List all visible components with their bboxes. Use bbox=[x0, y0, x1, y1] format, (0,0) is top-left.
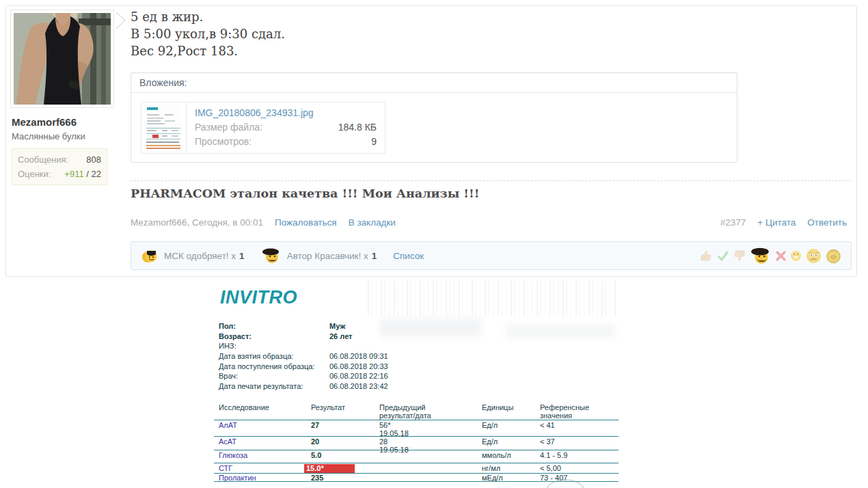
attachment-views-label: Просмотров: bbox=[195, 135, 252, 149]
info-row-sample-received: Дата поступления образца: 06.08.2018 20:… bbox=[219, 362, 388, 372]
stat-ratings-label: Оценки: bbox=[18, 167, 51, 181]
post-signature-title: PHARMACOM эталон качетва !!! Мои Анализы… bbox=[131, 187, 479, 200]
check-icon[interactable] bbox=[716, 249, 729, 262]
author-handsome-emoji-icon bbox=[261, 247, 282, 264]
avatar[interactable] bbox=[10, 10, 114, 108]
header-test: Исследование bbox=[219, 404, 269, 412]
info-row-age: Возраст: 26 лет bbox=[219, 331, 388, 342]
reaction-author-count: 1 bbox=[372, 251, 377, 261]
reactions-bar: МСК одобряет! x 1 Автор Красавчик! x 1 С… bbox=[131, 241, 852, 270]
info-label: Дата поступления образца: bbox=[219, 362, 329, 372]
table-row-stg: СТГ 15.0* нг/мл < 5,00 bbox=[214, 463, 619, 474]
stat-ratings-value: +911 / 22 bbox=[64, 167, 101, 181]
medal-icon[interactable] bbox=[826, 248, 841, 264]
forum-post: Mezamorf666 Маслянные булки Сообщения: 8… bbox=[5, 5, 857, 277]
invitro-logo: INVITRO bbox=[220, 287, 297, 308]
stat-ratings: Оценки: +911 / 22 bbox=[18, 167, 101, 181]
info-label: Дата печати результата: bbox=[219, 381, 329, 392]
test-units: Ед/л bbox=[482, 422, 498, 430]
post-body: 5 ед в жир. В 5:00 укол,в 9:30 сдал. Вес… bbox=[131, 8, 285, 59]
test-units: мЕд/л bbox=[482, 474, 503, 483]
attachment-thumbnail-image bbox=[144, 104, 182, 152]
reaction-author-label: Автор Красавчик! x bbox=[287, 251, 368, 261]
attachment-views-value: 9 bbox=[371, 135, 377, 149]
test-name: АсАТ bbox=[219, 438, 236, 446]
info-label: Возраст: bbox=[219, 331, 329, 342]
bubble-arrow-icon bbox=[116, 12, 126, 29]
test-name: Пролактин bbox=[219, 474, 256, 483]
report-link[interactable]: Пожаловаться bbox=[275, 217, 337, 228]
rating-buttons bbox=[699, 247, 841, 265]
user-title: Маслянные булки bbox=[12, 131, 85, 141]
post-line-3: Вес 92,Рост 183. bbox=[131, 42, 285, 59]
post-line-1: 5 ед в жир. bbox=[131, 8, 285, 25]
info-label: Врач: bbox=[219, 371, 329, 381]
info-value: 06.08.2018 23:42 bbox=[329, 381, 388, 392]
post-line-2: В 5:00 укол,в 9:30 сдал. bbox=[131, 25, 285, 42]
table-row-glucose: Глюкоза 5.0 ммоль/л 4.1 - 5.9 bbox=[214, 450, 619, 463]
laughing-face-icon[interactable] bbox=[790, 250, 802, 262]
test-result: 27 bbox=[311, 422, 319, 430]
red-cross-icon[interactable] bbox=[775, 250, 787, 262]
user-stats-box: Сообщения: 808 Оценки: +911 / 22 bbox=[12, 148, 107, 185]
test-name: Глюкоза bbox=[219, 452, 247, 460]
attachments-header: Вложения: bbox=[131, 73, 737, 93]
attachments-box: Вложения: bbox=[131, 72, 737, 163]
mck-approves-emoji-icon bbox=[141, 248, 159, 263]
test-result: 5.0 bbox=[311, 452, 321, 460]
test-reference: < 37 bbox=[540, 438, 608, 446]
attachment-card: IMG_20180806_234931.jpg Размер файла: 18… bbox=[141, 102, 385, 154]
bookmark-link[interactable]: В закладки bbox=[349, 217, 396, 228]
page: Mezamorf666 Маслянные булки Сообщения: 8… bbox=[0, 0, 868, 488]
info-row-sample-taken: Дата взятия образца: 06.08.2018 09:31 bbox=[219, 351, 388, 362]
barcode-faint bbox=[368, 280, 616, 316]
stat-messages: Сообщения: 808 bbox=[18, 152, 101, 167]
stat-ratings-positive[interactable]: +911 bbox=[64, 169, 83, 179]
info-label: Пол: bbox=[219, 321, 329, 331]
info-value: Муж bbox=[329, 321, 345, 331]
attachment-thumbnail[interactable] bbox=[141, 103, 187, 153]
attachment-views-row: Просмотров: 9 bbox=[195, 135, 377, 149]
reaction-mck-label: МСК одобряет! x bbox=[164, 251, 236, 261]
info-row-printed: Дата печати результата: 06.08.2018 23:42 bbox=[219, 381, 388, 392]
info-value: 06.08.2018 22:16 bbox=[329, 371, 388, 381]
avatar-photo bbox=[14, 13, 111, 105]
stat-messages-label: Сообщения: bbox=[18, 152, 68, 167]
thumbs-up-icon[interactable] bbox=[699, 249, 713, 262]
quote-link[interactable]: + Цитата bbox=[757, 217, 796, 228]
reaction-mck: МСК одобряет! x 1 bbox=[141, 248, 245, 263]
redaction-smudge bbox=[379, 318, 482, 336]
redaction-smudge bbox=[506, 324, 615, 338]
attachment-file-link[interactable]: IMG_20180806_234931.jpg bbox=[195, 106, 377, 120]
test-name: СТГ bbox=[219, 465, 232, 473]
results-table: Исследование Результат Предыдущий резуль… bbox=[214, 403, 619, 482]
attachment-size-row: Размер файла: 184.8 КБ bbox=[195, 120, 377, 135]
table-row-alat: АлАТ 27 56*19.05.18 Ед/л < 41 bbox=[214, 420, 619, 437]
test-reference: < 5,00 bbox=[540, 465, 608, 473]
attachment-info: IMG_20180806_234931.jpg Размер файла: 18… bbox=[187, 103, 385, 153]
reactions-list-link[interactable]: Список bbox=[393, 251, 424, 261]
stat-ratings-rest: / 22 bbox=[86, 169, 101, 179]
info-value: 06.08.2018 09:31 bbox=[329, 351, 388, 362]
info-label: Дата взятия образца: bbox=[219, 351, 329, 362]
lab-report-image: INVITRO Пол: Муж Возраст: 26 лет ИНЗ: Да… bbox=[212, 279, 622, 488]
attachment-size-label: Размер файла: bbox=[195, 120, 262, 135]
reaction-author: Автор Красавчик! x 1 bbox=[261, 247, 377, 264]
sad-face-icon[interactable] bbox=[805, 247, 822, 265]
table-header-row: Исследование Результат Предыдущий резуль… bbox=[214, 403, 619, 420]
table-row-asat: АсАТ 20 2819.05.18 Ед/л < 37 bbox=[214, 437, 619, 450]
thumbs-down-icon[interactable] bbox=[733, 249, 746, 262]
beret-face-icon[interactable] bbox=[750, 247, 772, 265]
info-value: 26 лет bbox=[329, 331, 353, 342]
test-name: АлАТ bbox=[219, 422, 237, 430]
info-row-sex: Пол: Муж bbox=[219, 321, 388, 331]
info-row-inz: ИНЗ: bbox=[219, 341, 388, 351]
test-result: 235 bbox=[311, 474, 323, 483]
stat-messages-value: 808 bbox=[86, 152, 101, 167]
username-link[interactable]: Mezamorf666 bbox=[12, 116, 77, 128]
post-number-link[interactable]: #2377 bbox=[720, 217, 746, 228]
reply-link[interactable]: Ответить bbox=[807, 217, 847, 228]
reaction-mck-count: 1 bbox=[239, 251, 245, 261]
post-footer: Mezamorf666, Сегодня, в 00:01 Пожаловать… bbox=[131, 217, 847, 228]
test-reference: 4.1 - 5.9 bbox=[540, 452, 608, 460]
